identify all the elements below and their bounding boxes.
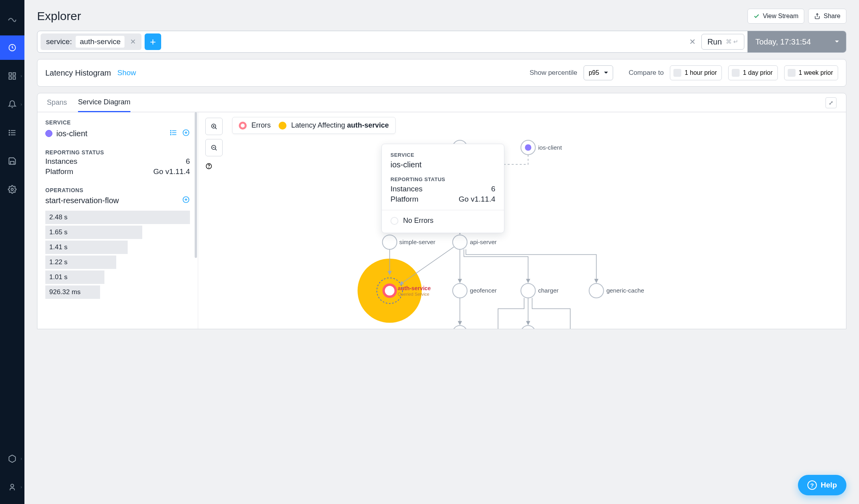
run-shortcut: ⌘ ↵ (726, 38, 738, 45)
tooltip-no-errors: No Errors (403, 217, 433, 225)
svg-point-18 (171, 132, 171, 133)
add-operation-icon[interactable] (182, 196, 190, 205)
nav-settings[interactable] (0, 177, 24, 202)
percentile-label: Show percentile (530, 69, 577, 77)
tooltip-platform-value: Go v1.11.4 (459, 195, 495, 204)
compare-label: Compare to (629, 69, 664, 77)
service-color-dot (45, 130, 52, 137)
nav-save[interactable] (0, 149, 24, 173)
tab-spans[interactable]: Spans (47, 93, 67, 112)
latency-title: Latency Histogram (45, 69, 111, 78)
svg-text:generic-cache: generic-cache (606, 287, 644, 294)
page-title: Explorer (37, 9, 81, 23)
instances-value: 6 (186, 157, 190, 166)
tab-service-diagram[interactable]: Service Diagram (78, 93, 130, 112)
diagram-legend: Errors Latency Affecting auth-service (232, 117, 396, 134)
collapse-button[interactable]: ⤢ (826, 97, 837, 108)
svg-point-51 (453, 284, 467, 298)
checkbox (673, 69, 681, 77)
svg-text:Queried Service: Queried Service (398, 292, 429, 296)
instances-label: Instances (45, 157, 77, 166)
tooltip-platform-label: Platform (390, 195, 418, 204)
compare-1d-label: 1 day prior (743, 69, 773, 76)
compare-1d[interactable]: 1 day prior (728, 65, 778, 80)
latency-bar[interactable]: 1.22 s (45, 256, 116, 269)
tabs: Spans Service Diagram ⤢ (37, 93, 846, 112)
latency-bars: 2.48 s1.65 s1.41 s1.22 s1.01 s926.32 ms (45, 211, 190, 299)
tooltip-instances-label: Instances (390, 185, 422, 193)
platform-value: Go v1.11.4 (153, 167, 190, 176)
service-diagram-canvas[interactable]: Errors Latency Affecting auth-service au… (198, 112, 846, 329)
reporting-label: REPORTING STATUS (45, 149, 190, 156)
clear-search-icon[interactable]: ✕ (684, 37, 701, 46)
svg-point-9 (9, 132, 10, 133)
chip-key: service: (46, 37, 72, 46)
chevron-down-icon (604, 72, 608, 76)
svg-point-10 (9, 135, 10, 135)
compare-1w[interactable]: 1 week prior (784, 65, 838, 80)
zoom-out-button[interactable] (205, 139, 223, 156)
filter-chip-service[interactable]: service: auth-service ✕ (41, 33, 141, 50)
tooltip-instances-value: 6 (491, 185, 495, 193)
legend-latency: Latency Affecting auth-service (291, 121, 389, 130)
latency-histogram-panel: Latency Histogram Show Show percentile p… (37, 59, 846, 87)
operations-label: OPERATIONS (45, 187, 190, 193)
latency-bar[interactable]: 2.48 s (45, 211, 190, 224)
main-panel: Spans Service Diagram ⤢ SERVICE ios-clie… (37, 93, 846, 329)
compare-1h[interactable]: 1 hour prior (670, 65, 722, 80)
latency-bar[interactable]: 1.65 s (45, 226, 142, 239)
svg-text:api-server: api-server (470, 239, 497, 245)
checkbox (788, 69, 796, 77)
svg-point-55 (589, 284, 604, 298)
view-stream-label: View Stream (763, 13, 798, 20)
svg-text:simple-server: simple-server (399, 239, 435, 245)
diagram-help-button[interactable] (205, 163, 212, 171)
nav-list[interactable] (0, 120, 24, 145)
svg-rect-3 (9, 77, 11, 79)
svg-point-34 (209, 167, 209, 168)
svg-rect-1 (9, 73, 11, 75)
latency-icon (279, 122, 286, 130)
tooltip-service-name: ios-client (390, 160, 495, 169)
latency-bar[interactable]: 1.01 s (45, 271, 104, 284)
svg-line-27 (215, 128, 217, 129)
svg-point-37 (384, 285, 396, 297)
search-bar[interactable]: service: auth-service ✕ + ✕ Run ⌘ ↵ Toda… (37, 31, 846, 53)
svg-point-8 (9, 130, 10, 131)
run-button[interactable]: Run ⌘ ↵ (701, 34, 744, 50)
tooltip-reporting-label: REPORTING STATUS (390, 176, 495, 182)
svg-point-47 (383, 235, 397, 250)
nav-explorer[interactable] (0, 35, 24, 60)
svg-rect-2 (13, 73, 15, 75)
time-range-picker[interactable]: Today, 17:31:54 (747, 31, 846, 53)
svg-point-49 (453, 235, 467, 250)
svg-point-57 (453, 326, 467, 329)
svg-text:geofencer: geofencer (470, 287, 497, 294)
compare-1w-label: 1 week prior (799, 69, 833, 76)
latency-bar[interactable]: 1.41 s (45, 241, 128, 254)
add-icon[interactable] (182, 129, 190, 138)
platform-label: Platform (45, 167, 73, 176)
zoom-in-button[interactable] (205, 118, 223, 135)
svg-point-19 (171, 134, 171, 135)
latency-show-link[interactable]: Show (117, 69, 136, 77)
nav-dashboards[interactable] (0, 64, 24, 88)
share-button[interactable]: Share (808, 9, 846, 24)
svg-point-58 (521, 326, 535, 329)
nav-alerts[interactable] (0, 92, 24, 117)
app-logo (0, 7, 24, 32)
add-filter-button[interactable]: + (145, 33, 161, 50)
view-stream-button[interactable]: View Stream (747, 9, 804, 24)
service-name: ios-client (56, 129, 87, 138)
latency-bar[interactable]: 926.32 ms (45, 285, 100, 299)
run-label: Run (707, 37, 722, 46)
list-view-icon[interactable] (169, 129, 177, 138)
legend-errors: Errors (251, 121, 271, 130)
svg-point-53 (521, 284, 535, 298)
node-tooltip: SERVICE ios-client REPORTING STATUS Inst… (381, 144, 504, 233)
percentile-select[interactable]: p95 (584, 65, 613, 80)
service-inspector: SERVICE ios-client REPORTING STATUS (37, 112, 198, 329)
share-label: Share (824, 13, 840, 20)
svg-point-11 (11, 188, 13, 191)
chip-remove-icon[interactable]: ✕ (128, 37, 138, 46)
